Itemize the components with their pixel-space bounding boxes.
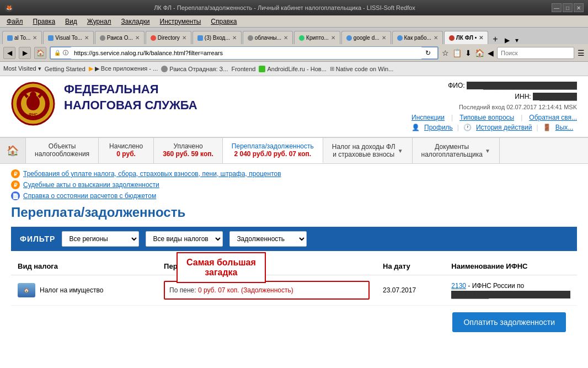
nav-accrued-amount: 0 руб. (108, 150, 145, 158)
tab-1[interactable]: Visual To... ✕ (43, 31, 94, 44)
tab-scroll-right[interactable]: ▶ (503, 36, 512, 44)
tab-active[interactable]: ЛК ФЛ • ✕ (444, 31, 488, 44)
fns-top-links: Инспекции | Типовые вопросы | Обратная с… (411, 114, 577, 121)
link-icon-2: 📄 (11, 191, 20, 200)
faq-link[interactable]: Типовые вопросы (459, 114, 514, 121)
tab-6[interactable]: Крипто... ✕ (294, 31, 340, 44)
minimize-button[interactable]: — (552, 3, 562, 12)
search-input[interactable] (497, 47, 574, 59)
bookmark-most-visited[interactable]: Most Visited ▾ (3, 65, 41, 72)
col-header-tax: Вид налога (11, 258, 157, 275)
tab-close-active[interactable]: ✕ (479, 35, 483, 41)
bookmark-apps[interactable]: ▶ ▶ Все приложения - ... (89, 65, 158, 72)
logout-link[interactable]: Вых... (555, 124, 574, 131)
menu-tools[interactable]: Инструменты (156, 17, 206, 26)
menu-view[interactable]: Вид (61, 17, 82, 26)
nav-paid-amount: 360 руб. 59 коп. (163, 150, 213, 158)
tab-close-4[interactable]: ✕ (232, 35, 237, 41)
nav-tab-objects[interactable]: Объекты налогообложения (26, 138, 99, 163)
nav-balance-amount: 2 040 руб./0 руб. 07 коп. (232, 150, 314, 158)
menu-bookmarks[interactable]: Закладки (117, 17, 154, 26)
col-header-ifns: Наименование ИФНС (445, 258, 577, 275)
nav-tab-accrued[interactable]: Начислено 0 руб. (99, 138, 154, 163)
tab-5[interactable]: облачны... ✕ (243, 31, 293, 44)
tax-type-icon: 🏠 (18, 283, 35, 297)
link-text-2[interactable]: Справка о состоянии расчетов с бюджетом (23, 192, 156, 200)
bookmark-native-code[interactable]: ⊞ Native code on Win... (330, 66, 394, 72)
link-text-0[interactable]: Требования об уплате налога, сбора, стра… (23, 170, 281, 178)
region-select[interactable]: Все регионы (62, 231, 139, 247)
tab-7[interactable]: google d... ✕ (341, 31, 391, 44)
tab-close-5[interactable]: ✕ (284, 35, 288, 41)
nav-tab-documents[interactable]: Документы налогоплательщика ▼ (413, 138, 500, 163)
debt-label: По пене: (169, 286, 196, 294)
tab-close-0[interactable]: ✕ (33, 35, 37, 41)
pay-button[interactable]: Оплатить задолженности (452, 312, 566, 332)
feedback-link[interactable]: Обратная свя... (529, 114, 577, 121)
debt-highlight-box: По пене: 0 руб. 07 коп. (Задолженность) (164, 281, 370, 300)
menu-edit[interactable]: Правка (29, 17, 60, 26)
status-select[interactable]: Задолженность Переплата Все (229, 231, 307, 247)
tab-directory[interactable]: Directory ✕ (146, 31, 191, 44)
docs-tab-arrow: ▼ (485, 148, 490, 154)
maximize-button[interactable]: □ (563, 3, 573, 12)
tab-close-1[interactable]: ✕ (84, 35, 89, 41)
menu-journal[interactable]: Журнал (83, 17, 116, 26)
url-input[interactable] (71, 47, 422, 59)
history-link[interactable]: История действий (476, 124, 532, 131)
tax-type-select[interactable]: Все виды налогов (146, 231, 223, 247)
new-tab-button[interactable]: + (489, 34, 501, 44)
tab-close-6[interactable]: ✕ (331, 35, 335, 41)
nav-tab-income[interactable]: Налог на доходы ФЛ и страховые взносы ▼ (323, 138, 413, 163)
nav-tab-paid[interactable]: Уплачено 360 руб. 59 коп. (154, 138, 223, 163)
back-button[interactable]: ◀ (3, 47, 15, 59)
browser-icon: 🦊 (4, 3, 13, 12)
bookmark-getting-started[interactable]: Getting Started (45, 66, 85, 72)
close-button[interactable]: ✕ (574, 3, 584, 12)
tab-close-3[interactable]: ✕ (182, 35, 186, 41)
bookmark-frontend[interactable]: Frontend (231, 66, 255, 72)
inspections-link[interactable]: Инспекции (411, 114, 445, 121)
tax-name-cell: 🏠 Налог на имущество (11, 275, 157, 306)
tab-2[interactable]: Раиса О... ✕ (95, 31, 145, 44)
tab-8[interactable]: Как рабо... ✕ (392, 31, 443, 44)
tab-close-7[interactable]: ✕ (382, 35, 386, 41)
bookmark-panel-button[interactable]: 📋 (452, 49, 462, 57)
download-button[interactable]: ⬇ (465, 49, 472, 57)
table-row: 🏠 Налог на имущество По пене: 0 руб. 07 … (11, 275, 577, 306)
home-icon[interactable]: 🏠 (475, 49, 484, 57)
tab-close-8[interactable]: ✕ (434, 35, 438, 41)
nav-tab-balance[interactable]: Переплата/задолженность 2 040 руб./0 руб… (223, 138, 323, 163)
star-button[interactable]: ☆ (442, 49, 449, 57)
tab-0[interactable]: al To... ✕ (2, 31, 42, 44)
svg-point-4 (30, 92, 36, 98)
forward-button[interactable]: ▶ (19, 47, 31, 59)
bookmark-raisa[interactable]: Раиса Отрадная: З... (161, 66, 228, 72)
home-button[interactable]: 🏠 (34, 47, 46, 59)
window-buttons[interactable]: — □ ✕ (552, 3, 584, 12)
bookmark-androidlife[interactable]: AndroidLife.ru - Нов... (259, 66, 326, 72)
filter-label: ФИЛЬТР (20, 234, 55, 243)
menu-file[interactable]: Файл (2, 17, 28, 26)
tab-menu-button[interactable]: ▾ (513, 36, 521, 44)
window-title: ЛК ФЛ - Переплата/задолженность - Личный… (18, 4, 552, 11)
fns-name-line1: ФЕДЕРАЛЬНАЯ (64, 82, 197, 98)
link-icon-1: ₽ (11, 180, 20, 189)
date-cell: 23.07.2017 (376, 275, 445, 306)
menu-hamburger[interactable]: ☰ (578, 49, 585, 57)
fns-user-panel: ФИО: ████████████████████ ИНН: ████████ … (411, 82, 577, 131)
tab-4[interactable]: (3) Вход... ✕ (193, 31, 242, 44)
fns-inn: ИНН: ████████ (411, 93, 577, 100)
filter-bar: ФИЛЬТР Все регионы Все виды налогов Задо… (11, 227, 577, 251)
callout-line2: загадка (186, 268, 256, 278)
link-text-1[interactable]: Судебные акты о взыскании задолженности (23, 181, 159, 189)
fns-fio: ФИО: ████████████████████ (411, 82, 577, 89)
profile-link[interactable]: Профиль (424, 124, 453, 131)
back-icon[interactable]: ◀ (488, 49, 494, 57)
bookmarks-bar: Most Visited ▾ Getting Started ▶ ▶ Все п… (0, 62, 588, 76)
reload-button[interactable]: ↻ (422, 47, 434, 59)
tab-close-2[interactable]: ✕ (135, 35, 140, 41)
home-nav-button[interactable]: 🏠 (0, 138, 26, 163)
ifns-link[interactable]: 2130 (451, 282, 466, 290)
menu-help[interactable]: Справка (206, 17, 241, 26)
